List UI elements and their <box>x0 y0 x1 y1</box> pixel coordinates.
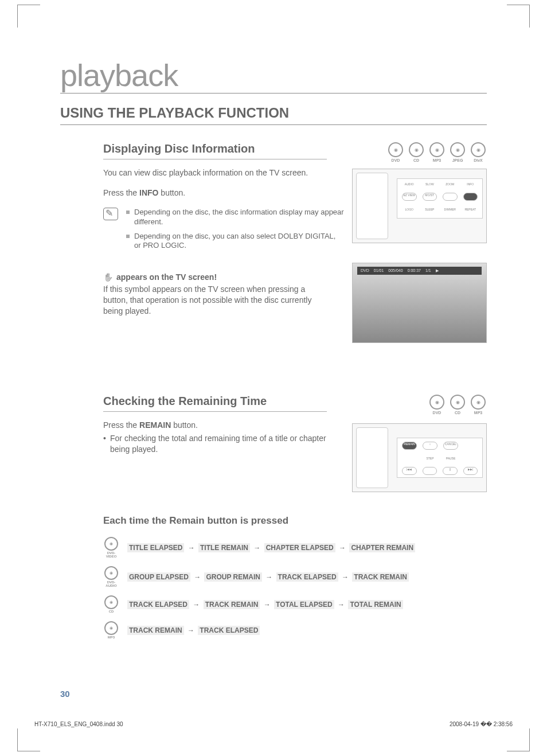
remain-button-highlight: REMAIN <box>402 442 417 450</box>
page-body: playback USING THE PLAYBACK FUNCTION ◉DV… <box>29 0 518 639</box>
remote-zoom: REMAIN ○ CANCEL STEP PAUSE |◀◀ || ▶▶| <box>397 438 483 478</box>
label: ZOOM <box>443 182 458 186</box>
bullet-text: For checking the total and remaining tim… <box>103 433 333 455</box>
badge-cd: ◉CD <box>449 395 466 415</box>
crop-mark <box>507 5 530 28</box>
arrow-icon: → <box>336 601 347 609</box>
arrow-icon: → <box>186 626 197 634</box>
arrow-icon: → <box>252 544 263 552</box>
text: Press the <box>103 420 139 430</box>
badge-jpeg: ◉JPEG <box>449 142 466 162</box>
note-icon <box>103 208 118 220</box>
label: LOGO <box>402 208 417 211</box>
remote-button: MO/ST <box>423 193 437 201</box>
label: STEP <box>423 457 437 460</box>
remote-outline <box>356 173 388 239</box>
arrow-icon: → <box>264 573 275 581</box>
button-name: INFO <box>139 188 158 197</box>
subsection-title: Checking the Remaining Time <box>103 395 327 412</box>
osd-field: DVD <box>361 268 369 273</box>
warning-body: If this symbol appears on the TV screen … <box>103 284 321 317</box>
sequence-row: ◉DVD-AUDIO GROUP ELAPSED → GROUP REMAIN … <box>103 566 487 587</box>
format-badges: ◉DVD ◉CD ◉MP3 ◉JPEG ◉DivX <box>387 142 487 162</box>
tv-illustration: DVD 01/01 005/040 0:00:37 1/1 ▶ <box>352 263 487 343</box>
badge-mp3: ◉MP3 <box>103 621 119 639</box>
label: AUDIO <box>402 182 417 186</box>
badge-cd: ◉CD <box>103 595 119 613</box>
sequence-text: TITLE ELAPSED → TITLE REMAIN → CHAPTER E… <box>127 544 415 552</box>
badge-dvd: ◉DVD <box>428 395 446 415</box>
badge-mp3: ◉MP3 <box>428 142 446 162</box>
instruction-text: Press the REMAIN button. <box>103 420 327 431</box>
note-item: Depending on the disc, the disc informat… <box>126 208 344 227</box>
text: button. <box>158 188 185 197</box>
sequence-row: ◉CD TRACK ELAPSED → TRACK REMAIN → TOTAL… <box>103 595 487 613</box>
label: PAUSE <box>443 457 458 460</box>
remote-button <box>423 467 437 475</box>
osd-field: 01/01 <box>374 268 384 273</box>
section-remaining-time: ◉DVD ◉CD ◉MP3 Checking the Remaining Tim… <box>60 395 487 492</box>
footer-filename: HT-X710_ELS_ENG_0408.indd 30 <box>34 721 123 727</box>
sequence-row: ◉MP3 TRACK REMAIN → TRACK ELAPSED <box>103 621 487 639</box>
arrow-icon: → <box>340 573 351 581</box>
text: Press the <box>103 188 139 197</box>
osd-play-icon: ▶ <box>436 268 439 273</box>
label: REPEAT <box>463 208 478 211</box>
crop-mark <box>17 5 40 28</box>
arrow-icon: → <box>261 601 272 609</box>
badge-dvd-audio: ◉DVD-AUDIO <box>103 566 119 587</box>
section-remain-sequence: Each time the Remain button is pressed ◉… <box>60 515 487 639</box>
subsection-title: Each time the Remain button is pressed <box>103 515 487 527</box>
badge-cd: ◉CD <box>408 142 425 162</box>
remote-button <box>443 193 458 201</box>
label: DIMMER <box>443 208 458 211</box>
osd-bar: DVD 01/01 005/040 0:00:37 1/1 ▶ <box>357 267 482 275</box>
page-number: 30 <box>60 689 70 699</box>
badge-mp3: ◉MP3 <box>470 395 487 415</box>
section-displaying-disc-info: ◉DVD ◉CD ◉MP3 ◉JPEG ◉DivX Displaying Dis… <box>60 142 487 349</box>
remote-illustration: AUDIO SLOW ZOOM INFO EZ VIEW MO/ST LOGO … <box>352 169 487 243</box>
remote-outline <box>356 427 388 488</box>
label <box>402 457 417 460</box>
osd-field: 0:00:37 <box>408 268 421 273</box>
remote-illustration: REMAIN ○ CANCEL STEP PAUSE |◀◀ || ▶▶| <box>352 423 487 492</box>
section-heading: USING THE PLAYBACK FUNCTION <box>60 105 487 125</box>
sequence-text: TRACK REMAIN → TRACK ELAPSED <box>127 626 260 634</box>
note-item: Depending on the disc, you can also sele… <box>126 232 344 251</box>
remote-button: ○ <box>423 442 437 450</box>
sequence-text: TRACK ELAPSED → TRACK REMAIN → TOTAL ELA… <box>127 601 403 609</box>
info-button-highlight <box>463 193 478 201</box>
text: button. <box>171 420 198 430</box>
remote-button: EZ VIEW <box>402 193 417 201</box>
text: appears on the TV screen! <box>116 272 217 282</box>
badge-dvd: ◉DVD <box>387 142 404 162</box>
arrow-icon: → <box>186 544 197 552</box>
chapter-title: playback <box>60 57 487 93</box>
arrow-icon: → <box>337 544 348 552</box>
arrow-icon: → <box>191 601 202 609</box>
remote-button: CANCEL <box>443 442 458 450</box>
remote-button: ▶▶| <box>463 467 478 475</box>
footer-timestamp: 2008-04-19 �� 2:38:56 <box>450 721 513 727</box>
instruction-text: Press the INFO button. <box>103 188 327 198</box>
remote-button: || <box>443 467 458 475</box>
crop-mark <box>17 728 40 751</box>
remote-zoom: AUDIO SLOW ZOOM INFO EZ VIEW MO/ST LOGO … <box>397 178 483 219</box>
note-list: Depending on the disc, the disc informat… <box>126 208 344 256</box>
badge-dvd-video: ◉DVD-VIDEO <box>103 537 119 558</box>
sequence-row: ◉DVD-VIDEO TITLE ELAPSED → TITLE REMAIN … <box>103 537 487 558</box>
badge-divx: ◉DivX <box>470 142 487 162</box>
note-block: Depending on the disc, the disc informat… <box>103 208 344 256</box>
label: SLEEP <box>423 208 437 211</box>
sequence-text: GROUP ELAPSED → GROUP REMAIN → TRACK ELA… <box>127 573 409 581</box>
arrow-icon: → <box>192 573 203 581</box>
label: SLOW <box>423 182 437 186</box>
remote-button: |◀◀ <box>402 467 417 475</box>
body-text: You can view disc playback information o… <box>103 167 327 178</box>
format-badges: ◉DVD ◉CD ◉MP3 <box>428 395 487 415</box>
crop-mark <box>507 728 530 751</box>
subsection-title: Displaying Disc Information <box>103 142 327 159</box>
osd-field: 005/040 <box>388 268 403 273</box>
label: INFO <box>463 182 478 186</box>
button-name: REMAIN <box>139 420 171 430</box>
